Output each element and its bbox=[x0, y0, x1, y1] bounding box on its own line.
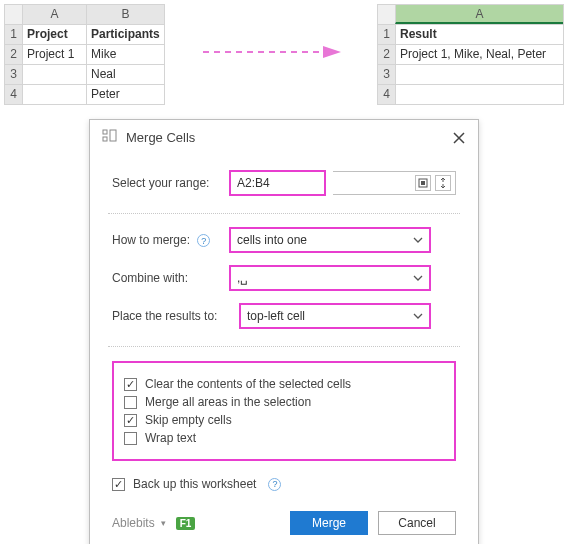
row-header[interactable]: 3 bbox=[4, 64, 22, 84]
merge-button[interactable]: Merge bbox=[290, 511, 368, 535]
options-group: ✓ Clear the contents of the selected cel… bbox=[112, 361, 456, 461]
result-table: A 1 Result 2 Project 1, Mike, Neal, Pete… bbox=[377, 4, 564, 105]
row-header[interactable]: 4 bbox=[4, 84, 22, 104]
cell[interactable]: Mike bbox=[86, 44, 164, 64]
col-header-A[interactable]: A bbox=[22, 4, 86, 24]
backup-label: Back up this worksheet bbox=[133, 477, 256, 491]
chevron-down-icon bbox=[411, 233, 425, 247]
wrap-text-checkbox[interactable] bbox=[124, 432, 137, 445]
svg-marker-1 bbox=[323, 46, 341, 58]
combine-with-select[interactable]: ,␣ bbox=[230, 266, 430, 290]
cell[interactable]: Neal bbox=[86, 64, 164, 84]
cell[interactable]: Peter bbox=[86, 84, 164, 104]
combine-with-label: Combine with: bbox=[112, 271, 222, 285]
help-shortcut-badge[interactable]: F1 bbox=[176, 517, 196, 530]
help-icon[interactable]: ? bbox=[268, 478, 281, 491]
wrap-text-label: Wrap text bbox=[145, 431, 196, 445]
row-header[interactable]: 3 bbox=[377, 64, 395, 84]
range-input[interactable]: A2:B4 bbox=[230, 171, 325, 195]
chevron-down-icon: ▾ bbox=[161, 518, 166, 528]
col-header-B[interactable]: B bbox=[86, 4, 164, 24]
source-table: A B 1 Project Participants 2 Project 1 M… bbox=[4, 4, 165, 105]
range-label: Select your range: bbox=[112, 176, 222, 190]
cell[interactable] bbox=[395, 84, 563, 104]
row-header[interactable]: 2 bbox=[377, 44, 395, 64]
row-header[interactable]: 1 bbox=[377, 24, 395, 44]
dialog-title: Merge Cells bbox=[126, 130, 195, 145]
merge-cells-icon bbox=[102, 128, 118, 147]
clear-contents-label: Clear the contents of the selected cells bbox=[145, 377, 351, 391]
svg-rect-2 bbox=[103, 130, 107, 134]
col-header-A[interactable]: A bbox=[395, 4, 563, 24]
cell[interactable]: Project bbox=[22, 24, 86, 44]
help-icon[interactable]: ? bbox=[197, 234, 210, 247]
clear-contents-checkbox[interactable]: ✓ bbox=[124, 378, 137, 391]
transform-arrow bbox=[173, 4, 369, 60]
svg-rect-6 bbox=[421, 181, 425, 185]
merge-all-areas-label: Merge all areas in the selection bbox=[145, 395, 311, 409]
close-icon[interactable] bbox=[450, 129, 468, 147]
skip-empty-label: Skip empty cells bbox=[145, 413, 232, 427]
sheet-corner[interactable] bbox=[4, 4, 22, 24]
brand-menu[interactable]: Ablebits ▾ bbox=[112, 516, 166, 530]
chevron-down-icon bbox=[411, 271, 425, 285]
place-results-select[interactable]: top-left cell bbox=[240, 304, 430, 328]
cell[interactable]: Project 1, Mike, Neal, Peter bbox=[395, 44, 563, 64]
how-to-merge-select[interactable]: cells into one bbox=[230, 228, 430, 252]
cancel-button[interactable]: Cancel bbox=[378, 511, 456, 535]
cell[interactable]: Result bbox=[395, 24, 563, 44]
cell[interactable]: Project 1 bbox=[22, 44, 86, 64]
row-header[interactable]: 1 bbox=[4, 24, 22, 44]
range-extra bbox=[333, 171, 456, 195]
row-header[interactable]: 4 bbox=[377, 84, 395, 104]
cell[interactable] bbox=[22, 64, 86, 84]
backup-checkbox[interactable]: ✓ bbox=[112, 478, 125, 491]
chevron-down-icon bbox=[411, 309, 425, 323]
cell[interactable]: Participants bbox=[86, 24, 164, 44]
merge-all-areas-checkbox[interactable] bbox=[124, 396, 137, 409]
svg-rect-4 bbox=[110, 130, 116, 141]
cell[interactable] bbox=[22, 84, 86, 104]
svg-rect-3 bbox=[103, 137, 107, 141]
expand-range-icon[interactable] bbox=[435, 175, 451, 191]
row-header[interactable]: 2 bbox=[4, 44, 22, 64]
place-results-label: Place the results to: bbox=[112, 309, 232, 323]
select-range-icon[interactable] bbox=[415, 175, 431, 191]
merge-cells-dialog: Merge Cells Select your range: A2:B4 How… bbox=[89, 119, 479, 544]
sheet-corner[interactable] bbox=[377, 4, 395, 24]
how-to-merge-label: How to merge: ? bbox=[112, 233, 222, 248]
skip-empty-checkbox[interactable]: ✓ bbox=[124, 414, 137, 427]
cell[interactable] bbox=[395, 64, 563, 84]
